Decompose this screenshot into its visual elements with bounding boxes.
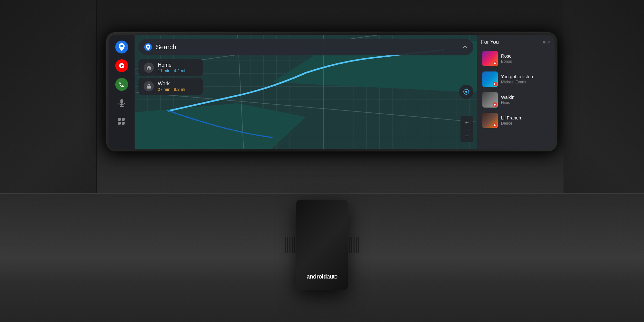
svg-rect-15 <box>118 122 121 125</box>
home-icon <box>144 62 154 73</box>
work-icon <box>144 81 154 91</box>
play-dot-3 <box>493 123 497 128</box>
play-dot-0 <box>493 61 497 66</box>
play-dot-2 <box>493 102 497 107</box>
destination-home[interactable]: Home 11 min · 4.2 mi <box>138 59 203 76</box>
zoom-out-button[interactable]: − <box>460 129 473 142</box>
chevron-up-icon <box>462 44 468 50</box>
svg-rect-13 <box>118 118 121 121</box>
vent-right <box>349 237 359 253</box>
brand-logo: androidauto <box>307 273 337 280</box>
svg-point-18 <box>147 46 149 48</box>
sidebar-item-music[interactable] <box>114 58 129 73</box>
album-art-2 <box>482 92 498 108</box>
map-area: Search Home 11 min · 4.2 mi <box>135 35 477 149</box>
svg-point-20 <box>465 91 467 93</box>
screen-bezel: 6:55 <box>106 32 557 151</box>
destination-work[interactable]: Work 27 min · 8.3 mi <box>138 78 203 95</box>
home-info: Home 11 min · 4.2 mi <box>158 62 185 73</box>
track-item-2[interactable]: Walkin' Neus <box>481 90 551 109</box>
track-info-0: Rose Bonod <box>501 53 512 64</box>
zoom-controls: + − <box>460 116 473 142</box>
track-item-1[interactable]: You got to listen Micheal Evans <box>481 70 551 89</box>
svg-rect-19 <box>147 86 151 89</box>
album-art-1 <box>482 71 498 87</box>
track-item-3[interactable]: Lil Franen Deuce <box>481 111 551 130</box>
play-dot-1 <box>493 82 497 86</box>
android-auto-screen: 6:55 <box>109 35 554 149</box>
search-bar[interactable]: Search <box>138 39 473 55</box>
sidebar-item-mic[interactable] <box>114 95 129 111</box>
sidebar-item-grid[interactable] <box>114 114 129 129</box>
work-info: Work 27 min · 8.3 mi <box>158 81 185 92</box>
sidebar: 6:55 <box>109 35 135 149</box>
vent-left <box>285 237 295 253</box>
svg-rect-14 <box>122 118 125 121</box>
svg-rect-10 <box>120 99 123 104</box>
svg-point-9 <box>115 78 128 91</box>
search-label: Search <box>156 43 459 51</box>
destinations-list: Home 11 min · 4.2 mi Work 27 min · 8.3 m… <box>138 59 203 95</box>
track-info-2: Walkin' Neus <box>501 95 515 105</box>
svg-rect-16 <box>122 122 125 125</box>
sidebar-item-phone[interactable] <box>114 77 129 92</box>
phone-holder: androidauto <box>296 200 348 290</box>
album-art-0 <box>482 51 498 66</box>
location-button[interactable] <box>459 85 473 99</box>
zoom-in-button[interactable]: + <box>460 116 473 129</box>
track-info-3: Lil Franen Deuce <box>501 115 521 126</box>
album-art-3 <box>482 113 498 128</box>
track-info-1: You got to listen Micheal Evans <box>501 74 533 84</box>
